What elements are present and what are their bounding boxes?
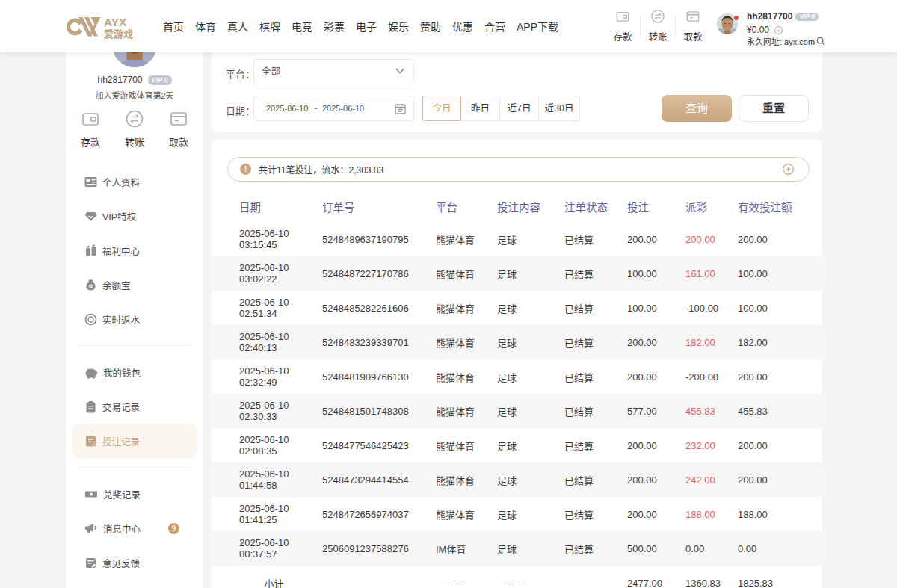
svg-text:AYX: AYX: [104, 16, 127, 28]
svg-text:爱游戏: 爱游戏: [104, 28, 133, 40]
